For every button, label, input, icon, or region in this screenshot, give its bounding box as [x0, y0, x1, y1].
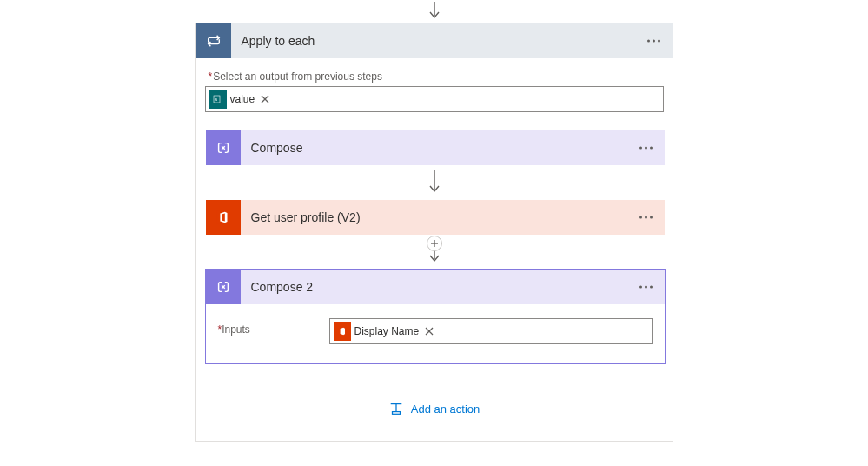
select-output-label: *Select an output from previous steps [209, 70, 664, 83]
token-value-remove[interactable] [258, 94, 272, 104]
token-display-name-text: Display Name [351, 325, 423, 337]
compose-card[interactable]: Compose [205, 130, 666, 166]
connector-arrow-1 [205, 166, 664, 199]
add-action-button[interactable]: Add an action [205, 390, 664, 427]
get-user-profile-card[interactable]: Get user profile (V2) [205, 199, 666, 236]
compose-title: Compose [241, 141, 303, 155]
compose-2-icon [206, 270, 241, 304]
token-display-name[interactable]: Display Name [334, 322, 437, 341]
get-user-profile-menu[interactable] [636, 213, 656, 223]
add-action-label: Add an action [411, 403, 480, 416]
get-user-profile-title: Get user profile (V2) [241, 210, 361, 224]
connector-arrow-2 [205, 236, 664, 269]
svg-rect-19 [392, 412, 400, 415]
compose-icon [206, 130, 241, 165]
token-value-text: value [227, 93, 259, 105]
apply-to-each-menu[interactable] [644, 37, 664, 46]
compose-2-card: Compose 2 *Inputs [205, 269, 666, 364]
connector-arrow-top [427, 0, 441, 23]
apply-to-each-card: Apply to each *Select an output from pre… [195, 23, 673, 442]
token-value[interactable]: s value [209, 90, 273, 109]
compose-menu[interactable] [636, 143, 656, 153]
inputs-label: *Inputs [218, 318, 322, 336]
svg-text:s: s [215, 97, 217, 102]
loop-icon [196, 23, 231, 58]
compose-2-title: Compose 2 [241, 280, 314, 294]
sharepoint-icon: s [209, 90, 227, 109]
token-display-name-remove[interactable] [422, 326, 436, 336]
insert-step-button[interactable] [427, 236, 442, 251]
add-action-icon [388, 401, 404, 416]
office-token-icon [334, 322, 351, 341]
compose-2-menu[interactable] [636, 283, 656, 292]
apply-to-each-header[interactable]: Apply to each [196, 23, 673, 58]
compose-2-header[interactable]: Compose 2 [206, 270, 665, 304]
office-icon [206, 200, 241, 235]
apply-to-each-title: Apply to each [231, 34, 315, 48]
select-output-input[interactable]: s value [205, 86, 664, 112]
inputs-input[interactable]: Display Name [329, 318, 653, 344]
